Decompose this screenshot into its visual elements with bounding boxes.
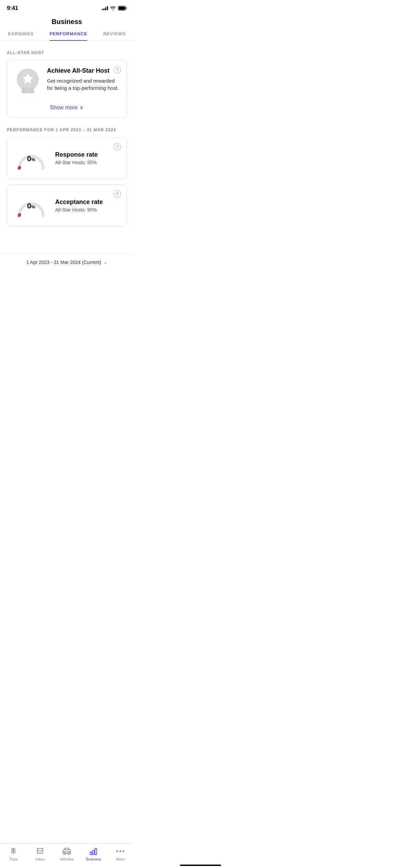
- award-badge-icon: [14, 67, 41, 98]
- acceptance-rate-title: Acceptance rate: [55, 198, 103, 206]
- status-time: 9:41: [7, 5, 18, 12]
- svg-rect-2: [119, 7, 125, 10]
- response-rate-help-icon[interactable]: ?: [113, 143, 121, 150]
- svg-rect-4: [22, 88, 34, 93]
- response-rate-gauge: 0%: [14, 144, 48, 172]
- page-header: Business: [0, 14, 134, 26]
- acceptance-rate-info: Acceptance rate All-Star Hosts: 90%: [55, 198, 103, 213]
- response-rate-info: Response rate All-Star Hosts: 95%: [55, 151, 98, 165]
- tab-bar: EARNINGS PERFORMANCE REVIEWS: [0, 26, 134, 41]
- main-content: ALL-STAR HOST ? Achieve All-Star Host Ge…: [0, 50, 134, 274]
- response-rate-inner: 0% Response rate All-Star Hosts: 95%: [14, 144, 120, 172]
- response-rate-subtitle: All-Star Hosts: 95%: [55, 160, 98, 165]
- tab-performance[interactable]: PERFORMANCE: [49, 31, 87, 40]
- wifi-icon: [110, 6, 116, 10]
- svg-rect-1: [126, 7, 127, 9]
- allstar-help-icon[interactable]: ?: [113, 66, 121, 73]
- response-rate-card: ? 0% Response rate All-Star Hosts: 95%: [7, 137, 127, 179]
- performance-section-label: PERFORMANCE FOR 1 APR 2023 – 31 MAR 2024: [7, 128, 127, 132]
- date-filter-chevron-icon: ⌄: [104, 260, 107, 265]
- response-rate-title: Response rate: [55, 151, 98, 158]
- show-more-button[interactable]: Show more ∨: [14, 104, 120, 111]
- signal-bars-icon: [102, 6, 108, 10]
- status-icons: [102, 6, 127, 11]
- battery-icon: [118, 6, 127, 11]
- show-more-chevron-icon: ∨: [80, 104, 84, 111]
- date-filter-bar[interactable]: 1 Apr 2023 - 31 Mar 2024 (Current) ⌄: [0, 254, 134, 270]
- tab-earnings[interactable]: EARNINGS: [8, 31, 34, 40]
- status-bar: 9:41: [0, 0, 134, 14]
- show-more-label: Show more: [50, 105, 78, 111]
- acceptance-rate-inner: 0% Acceptance rate All-Star Hosts: 90%: [14, 192, 120, 219]
- acceptance-rate-card: ? 0% Acceptance rate All-Star Hosts: 90%: [7, 184, 127, 226]
- allstar-section-label: ALL-STAR HOST: [7, 50, 127, 55]
- allstar-description: Get recognized and rewarded for being a …: [47, 77, 120, 92]
- allstar-content: Achieve All-Star Host Get recognized and…: [47, 67, 120, 92]
- acceptance-rate-help-icon[interactable]: ?: [113, 190, 121, 198]
- acceptance-rate-value: 0%: [27, 202, 35, 210]
- allstar-card: ? Achieve All-Star Host Get recognized a…: [7, 60, 127, 118]
- allstar-title: Achieve All-Star Host: [47, 67, 120, 74]
- response-rate-value: 0%: [27, 154, 35, 163]
- tab-reviews[interactable]: REVIEWS: [103, 31, 126, 40]
- page-title: Business: [7, 18, 127, 26]
- allstar-card-inner: Achieve All-Star Host Get recognized and…: [14, 67, 120, 98]
- date-filter-text: 1 Apr 2023 - 31 Mar 2024 (Current): [26, 260, 101, 265]
- acceptance-rate-gauge: 0%: [14, 192, 48, 219]
- acceptance-rate-subtitle: All-Star Hosts: 90%: [55, 207, 103, 213]
